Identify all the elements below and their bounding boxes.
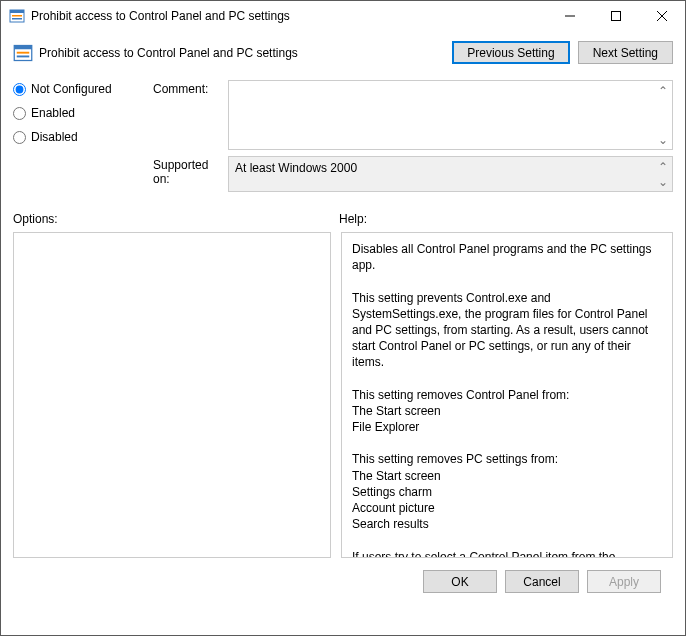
next-setting-button[interactable]: Next Setting: [578, 41, 673, 64]
radio-not-configured-input[interactable]: [13, 83, 26, 96]
maximize-button[interactable]: [593, 1, 639, 31]
supported-on-label: Supported on:: [153, 156, 228, 186]
supported-on-value: At least Windows 2000: [235, 161, 357, 175]
svg-rect-5: [612, 12, 621, 21]
comment-label: Comment:: [153, 80, 228, 96]
svg-rect-2: [12, 15, 22, 17]
close-button[interactable]: [639, 1, 685, 31]
options-label: Options:: [13, 212, 339, 226]
supported-on-box: At least Windows 2000 ⌃ ⌄: [228, 156, 673, 192]
titlebar: Prohibit access to Control Panel and PC …: [1, 1, 685, 31]
previous-setting-button[interactable]: Previous Setting: [452, 41, 569, 64]
scroll-up-icon[interactable]: ⌃: [654, 82, 671, 99]
radio-not-configured[interactable]: Not Configured: [13, 82, 153, 96]
radio-enabled[interactable]: Enabled: [13, 106, 153, 120]
policy-header-icon: [13, 43, 33, 63]
cancel-button[interactable]: Cancel: [505, 570, 579, 593]
help-text: Disables all Control Panel programs and …: [352, 242, 651, 558]
scroll-down-icon[interactable]: ⌄: [654, 173, 671, 190]
radio-enabled-input[interactable]: [13, 107, 26, 120]
comment-textarea[interactable]: ⌃ ⌄: [228, 80, 673, 150]
svg-rect-1: [10, 10, 24, 13]
svg-rect-10: [17, 51, 30, 53]
window-controls: [547, 1, 685, 31]
help-panel[interactable]: Disables all Control Panel programs and …: [341, 232, 673, 558]
radio-disabled-label: Disabled: [31, 130, 78, 144]
radio-enabled-label: Enabled: [31, 106, 75, 120]
radio-disabled-input[interactable]: [13, 131, 26, 144]
minimize-button[interactable]: [547, 1, 593, 31]
options-panel: [13, 232, 331, 558]
svg-rect-3: [12, 18, 22, 20]
svg-rect-9: [14, 45, 32, 49]
state-radio-group: Not Configured Enabled Disabled: [13, 80, 153, 154]
radio-not-configured-label: Not Configured: [31, 82, 112, 96]
ok-button[interactable]: OK: [423, 570, 497, 593]
policy-title: Prohibit access to Control Panel and PC …: [39, 46, 452, 60]
scroll-down-icon[interactable]: ⌄: [654, 131, 671, 148]
help-label: Help:: [339, 212, 367, 226]
radio-disabled[interactable]: Disabled: [13, 130, 153, 144]
policy-icon: [9, 8, 25, 24]
svg-rect-11: [17, 55, 30, 57]
window-title: Prohibit access to Control Panel and PC …: [31, 9, 547, 23]
apply-button[interactable]: Apply: [587, 570, 661, 593]
